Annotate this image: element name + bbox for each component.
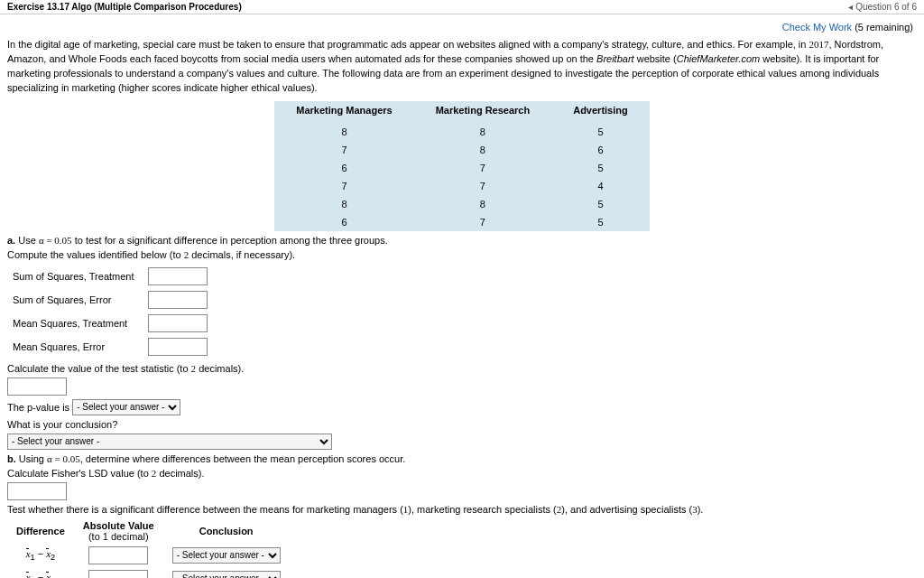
table-cell: 8 [274,195,413,213]
diff-conclusion-cell: - Select your answer - [163,567,290,578]
table-cell: 8 [414,195,552,213]
part-a-text2: to test for a significant difference in … [72,235,388,246]
part-a-prompt: a. Use α = 0.05 to test for a significan… [7,235,917,246]
diff-row: x1 − x2- Select your answer - [7,544,290,567]
test-stat-row [7,378,917,396]
difference-table: Difference Absolute Value (to 1 decimal)… [7,518,290,578]
alpha-value: α = 0.05 [39,235,72,246]
pvalue-label2: -value is [32,401,69,412]
diff-conclusion-select[interactable]: - Select your answer - [172,547,281,564]
col-header: Advertising [551,101,650,119]
part-b-prompt: b. Using α = 0.05, determine where diffe… [7,453,917,464]
anova-row: Sum of Squares, Treatment [13,267,917,285]
diff-row: x1 − x3- Select your answer - [7,567,290,578]
table-cell: 6 [274,213,413,231]
table-cell: 5 [551,213,650,231]
intro-site2: ChiefMarketer.com [677,53,761,64]
diff-pair-label: x1 − x3 [7,567,74,578]
part-b-text2: , determine where differences between th… [80,453,406,464]
pvalue-label1: The [7,401,27,412]
lsd-instruction: Calculate Fisher's LSD value (to 2 decim… [7,468,917,479]
diff-conclusion-select[interactable]: - Select your answer - [172,571,281,578]
table-row: 675 [274,159,649,177]
diff-conclusion-cell: - Select your answer - [163,544,290,567]
lsd-text2: decimals). [156,468,204,479]
table-header-row: Marketing Managers Marketing Research Ad… [274,101,649,119]
table-row: 885 [274,119,649,141]
col-header: Marketing Research [414,101,552,119]
anova-input[interactable] [148,338,208,356]
table-row: 885 [274,195,649,213]
calc-stat-instruction: Calculate the value of the test statisti… [7,363,917,374]
calcstat-text1: Calculate the value of the test statisti… [7,363,191,374]
calcstat-text2: decimals). [196,363,244,374]
intro-paragraph: In the digital age of marketing, special… [7,38,917,96]
tm1: Test whether there is a significant diff… [7,504,403,515]
tm2: ), marketing research specialists ( [408,504,556,515]
table-row: 786 [274,141,649,159]
anova-inputs: Sum of Squares, TreatmentSum of Squares,… [13,267,917,356]
test-means-instruction: Test whether there is a significant diff… [7,504,917,515]
diff-h2: Absolute Value (to 1 decimal) [74,518,163,544]
compute-text2: decimals, if necessary). [189,249,295,260]
anova-input[interactable] [148,314,208,332]
part-b-label: b. [7,453,16,464]
test-statistic-input[interactable] [7,378,67,396]
table-row: 675 [274,213,649,231]
part-a-text: Use [18,235,39,246]
anova-label: Sum of Squares, Error [13,294,148,305]
table-cell: 6 [551,141,650,159]
part-b-text1: Using [19,453,47,464]
diff-value-input[interactable] [88,570,148,578]
data-table: Marketing Managers Marketing Research Ad… [274,101,649,231]
compute-instruction: Compute the values identified below (to … [7,249,917,260]
conclusion-row: - Select your answer - [7,434,917,450]
intro-text: In the digital age of marketing, special… [7,39,808,50]
table-cell: 8 [414,141,552,159]
anova-row: Mean Squares, Error [13,338,917,356]
diff-value-cell [74,567,163,578]
diff-h2a: Absolute Value [83,520,154,531]
col-header: Marketing Managers [274,101,413,119]
exercise-title: Exercise 13.17 Algo (Multiple Comparison… [7,2,242,12]
check-my-work-link[interactable]: Check My Work [782,22,852,33]
content-area: In the digital age of marketing, special… [0,38,924,578]
anova-label: Mean Squares, Treatment [13,318,148,329]
table-cell: 5 [551,159,650,177]
question-prefix: ◂ Question [848,2,894,12]
tm3: ), and advertising specialists ( [561,504,692,515]
question-number: 6 of 6 [894,2,917,12]
anova-row: Sum of Squares, Error [13,291,917,309]
part-a-label: a. [7,235,15,246]
diff-header-row: Difference Absolute Value (to 1 decimal)… [7,518,290,544]
table-cell: 5 [551,119,650,141]
alpha-value-b: α = 0.05 [47,453,80,464]
table-cell: 4 [551,177,650,195]
check-my-work-row: Check My Work (5 remaining) [0,14,924,38]
anova-input[interactable] [148,291,208,309]
check-remaining: (5 remaining) [855,22,913,33]
lsd-input[interactable] [7,482,67,500]
table-cell: 7 [274,177,413,195]
pvalue-row: The p-value is - Select your answer - [7,399,917,415]
anova-input[interactable] [148,267,208,285]
lsd-text1: Calculate Fisher's LSD value (to [7,468,152,479]
conclusion-question: What is your conclusion? [7,419,917,430]
anova-label: Mean Squares, Error [13,341,148,352]
question-indicator: ◂ Question 6 of 6 [848,2,917,12]
table-cell: 7 [414,213,552,231]
tm4: ). [698,504,704,515]
table-cell: 5 [551,195,650,213]
diff-h3: Conclusion [163,518,290,544]
pvalue-select[interactable]: - Select your answer - [72,399,180,415]
table-cell: 7 [414,177,552,195]
diff-value-cell [74,544,163,567]
diff-value-input[interactable] [88,546,148,564]
table-cell: 7 [274,141,413,159]
conclusion-select[interactable]: - Select your answer - [7,434,332,450]
lsd-input-row [7,482,917,500]
top-bar: Exercise 13.17 Algo (Multiple Comparison… [0,0,924,14]
table-cell: 7 [414,159,552,177]
table-row: 774 [274,177,649,195]
anova-row: Mean Squares, Treatment [13,314,917,332]
